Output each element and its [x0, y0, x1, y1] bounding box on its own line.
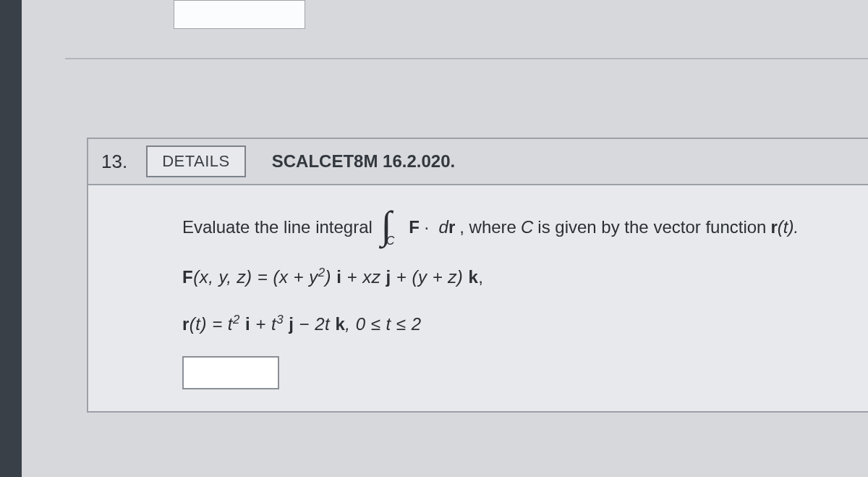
curve-C: C: [521, 211, 533, 242]
r-bold: r: [770, 217, 777, 237]
prompt-line: Evaluate the line integral ∫ C F · dr , …: [182, 211, 846, 242]
divider: [65, 58, 868, 59]
previous-answer-input[interactable]: [174, 0, 305, 29]
answer-input[interactable]: [182, 356, 279, 389]
problem-header: 13. DETAILS SCALCET8M 16.2.020.: [88, 139, 868, 185]
problem-body: Evaluate the line integral ∫ C F · dr , …: [88, 185, 868, 411]
r-t-eq: (t) = t: [190, 314, 233, 334]
integral-symbol: ∫ C: [381, 211, 400, 242]
minus-2t: − 2t: [294, 314, 335, 334]
dr: dr: [434, 217, 455, 237]
exp-2b: 2: [233, 313, 240, 326]
F-mid1: ): [326, 267, 337, 287]
arg-t: (t).: [778, 217, 799, 237]
problem-13-container: 13. DETAILS SCALCET8M 16.2.020. Evaluate…: [87, 138, 868, 413]
problem-source: SCALCET8M 16.2.020.: [272, 151, 455, 172]
unit-j-a: j: [386, 267, 391, 287]
r-lhs: r: [182, 314, 190, 334]
exp-2a: 2: [318, 266, 326, 279]
exp-3: 3: [276, 313, 284, 326]
plus-xz: + xz: [341, 267, 386, 287]
comma-a: ,: [478, 267, 483, 287]
unit-k-b: k: [335, 314, 345, 334]
dot-operator: ·: [425, 217, 430, 237]
F-lhs: F: [182, 267, 193, 287]
integral-subscript: C: [386, 231, 395, 252]
r-definition: r(t) = t2 i + t3 j − 2t k, 0 ≤ t ≤ 2: [182, 308, 846, 339]
F-args: (x, y, z) = (x + y: [193, 267, 318, 287]
integrand: F · dr: [409, 211, 455, 242]
prompt-before: Evaluate the line integral: [182, 211, 373, 242]
F-definition: F(x, y, z) = (x + y2) i + xz j + (y + z)…: [182, 261, 846, 292]
vector-function: r(t).: [770, 211, 799, 242]
plus-yz: + (y + z): [391, 267, 469, 287]
prompt-after-2: is given by the vector function: [537, 211, 766, 242]
t-range: , 0 ≤ t ≤ 2: [345, 314, 421, 334]
sp1: [240, 314, 245, 334]
F-vector: F: [409, 217, 420, 237]
problem-number: 13.: [101, 151, 127, 173]
prompt-after-1: , where: [459, 211, 516, 242]
details-button[interactable]: DETAILS: [146, 145, 246, 177]
unit-k-a: k: [469, 267, 479, 287]
plus-t: + t: [250, 314, 276, 334]
page-background: 13. DETAILS SCALCET8M 16.2.020. Evaluate…: [22, 0, 868, 477]
